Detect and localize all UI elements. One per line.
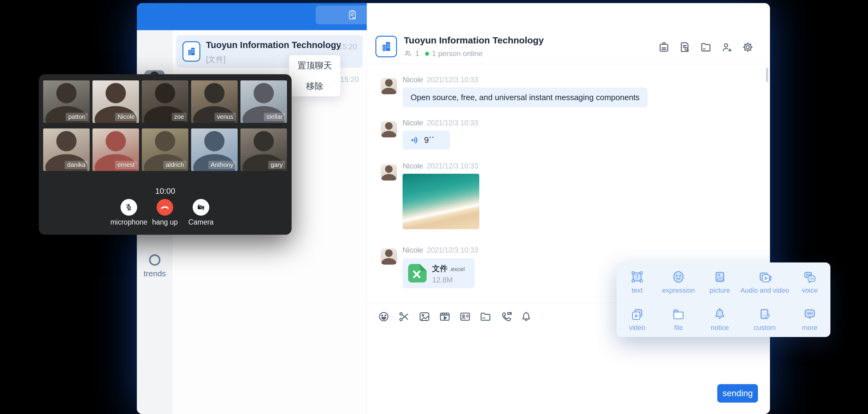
video-tile: patton bbox=[43, 81, 90, 123]
online-dot bbox=[425, 52, 429, 56]
conversation-time: 15:20 bbox=[340, 75, 359, 84]
video-tile: Anthony bbox=[191, 128, 238, 171]
message-meta: Nicole2021/12/3 10:33 bbox=[403, 119, 478, 127]
avatar[interactable] bbox=[381, 121, 397, 137]
members-icon bbox=[404, 49, 412, 58]
participant-name: aldrich bbox=[163, 161, 186, 169]
scrollbar[interactable] bbox=[766, 68, 768, 82]
video-tile: Nicole bbox=[92, 81, 139, 123]
add-member-icon[interactable] bbox=[720, 40, 734, 54]
voice-message[interactable]: 9`` bbox=[403, 131, 450, 150]
file-ext: .excel bbox=[450, 266, 465, 272]
notice-bell-icon bbox=[712, 307, 727, 322]
panel-item-custom[interactable]: custom bbox=[740, 300, 789, 337]
panel-item-audio-video[interactable]: Audio and video bbox=[740, 262, 789, 300]
message-time: 2021/12/3 10:33 bbox=[427, 76, 478, 84]
video-call-icon[interactable] bbox=[499, 310, 513, 323]
hang-up-button[interactable] bbox=[157, 199, 173, 216]
group-avatar[interactable] bbox=[375, 36, 397, 57]
sender-name: Nicole bbox=[403, 119, 423, 127]
panel-item-file[interactable]: file bbox=[658, 300, 699, 337]
text-icon bbox=[630, 269, 645, 284]
online-status: 1 person online bbox=[432, 49, 483, 58]
menu-item-remove[interactable]: 移除 bbox=[289, 76, 340, 96]
video-tile: danika bbox=[43, 128, 90, 171]
avatar[interactable] bbox=[381, 78, 397, 94]
video-tile: zoe bbox=[142, 81, 188, 123]
panel-item-expression[interactable]: expression bbox=[658, 262, 699, 300]
chat-header: Tuoyun Information Technology 1 1 person… bbox=[367, 30, 770, 64]
panel-item-video[interactable]: video bbox=[617, 300, 658, 337]
send-button[interactable]: sending bbox=[717, 384, 758, 403]
voice-duration: 9`` bbox=[424, 135, 434, 145]
message-time: 2021/12/3 10:33 bbox=[427, 119, 478, 127]
picture-icon bbox=[712, 269, 727, 284]
participant-name: zoe bbox=[172, 113, 186, 121]
chat-history-search-icon[interactable] bbox=[678, 40, 692, 54]
context-menu: 置顶聊天 移除 bbox=[289, 55, 340, 96]
camera-label: Camera bbox=[176, 218, 226, 226]
voice-icon bbox=[802, 269, 817, 284]
camera-off-icon bbox=[196, 203, 206, 212]
avatar[interactable] bbox=[381, 248, 397, 264]
building-icon bbox=[186, 45, 197, 57]
contact-card-icon[interactable] bbox=[458, 310, 472, 323]
microphone-button[interactable] bbox=[121, 199, 137, 216]
message-meta: Nicole2021/12/3 10:33 bbox=[403, 162, 478, 170]
panel-item-notice[interactable]: notice bbox=[699, 300, 740, 337]
image-icon[interactable] bbox=[418, 310, 431, 323]
panel-item-text[interactable]: text bbox=[617, 262, 658, 300]
expression-icon bbox=[671, 269, 686, 284]
chat-panel: Tuoyun Information Technology 1 1 person… bbox=[367, 3, 770, 414]
group-avatar bbox=[183, 41, 200, 62]
notification-icon[interactable] bbox=[519, 310, 533, 323]
participant-name: danika bbox=[65, 161, 88, 169]
custom-icon bbox=[757, 307, 772, 322]
chat-subtitle: 1 1 person online bbox=[404, 49, 483, 58]
video-tile: gary bbox=[241, 128, 287, 171]
chat-title: Tuoyun Information Technology bbox=[404, 35, 544, 45]
video-icon bbox=[630, 307, 645, 322]
message-type-panel: text expression picture Audio and video bbox=[617, 262, 830, 337]
participant-name: Anthony bbox=[208, 161, 236, 169]
file-message[interactable]: 文件.excel 12.8M bbox=[403, 258, 475, 288]
participant-name: patton bbox=[66, 113, 88, 121]
conversation-time: 15:20 bbox=[338, 42, 357, 51]
conversation-title: Tuoyun Information Technology bbox=[206, 40, 341, 50]
file-size: 12.8M bbox=[432, 276, 453, 284]
emoji-icon[interactable] bbox=[377, 310, 391, 323]
screenshot-icon[interactable] bbox=[397, 310, 411, 323]
file-icon[interactable] bbox=[479, 310, 492, 323]
video-tile: ernest bbox=[92, 128, 139, 171]
building-icon bbox=[380, 40, 393, 53]
video-clip-icon[interactable] bbox=[438, 310, 452, 323]
panel-item-picture[interactable]: picture bbox=[699, 262, 740, 300]
video-tile: aldrich bbox=[142, 128, 188, 171]
video-tile: stellar bbox=[241, 81, 287, 123]
message-time: 2021/12/3 10:33 bbox=[427, 162, 478, 170]
group-files-icon[interactable] bbox=[699, 40, 713, 54]
more-icon bbox=[802, 307, 817, 322]
video-tile: venus bbox=[191, 81, 238, 123]
participant-name: gary bbox=[268, 161, 285, 169]
panel-item-voice[interactable]: voice bbox=[789, 262, 830, 300]
panel-item-more[interactable]: more bbox=[789, 300, 830, 337]
text-message[interactable]: Open source, free, and universal instant… bbox=[403, 88, 648, 107]
file-name: 文件.excel bbox=[432, 263, 465, 274]
settings-icon[interactable] bbox=[741, 40, 754, 54]
sender-name: Nicole bbox=[403, 246, 423, 254]
image-message[interactable] bbox=[403, 174, 479, 229]
file-folder-icon bbox=[671, 307, 686, 322]
hang-up-icon bbox=[160, 202, 170, 212]
camera-button[interactable] bbox=[193, 199, 209, 216]
participant-name: stellar bbox=[264, 113, 285, 121]
announcement-icon[interactable] bbox=[657, 40, 671, 54]
sender-name: Nicole bbox=[403, 75, 423, 84]
menu-item-pin[interactable]: 置顶聊天 bbox=[289, 55, 340, 76]
message-time: 2021/12/3 10:33 bbox=[427, 246, 478, 254]
sender-name: Nicole bbox=[403, 162, 423, 170]
conversation-preview: [文件] bbox=[206, 54, 226, 64]
voice-wave-icon bbox=[410, 135, 420, 145]
avatar[interactable] bbox=[381, 164, 397, 181]
sidebar-item-trends[interactable]: trends bbox=[137, 253, 173, 279]
